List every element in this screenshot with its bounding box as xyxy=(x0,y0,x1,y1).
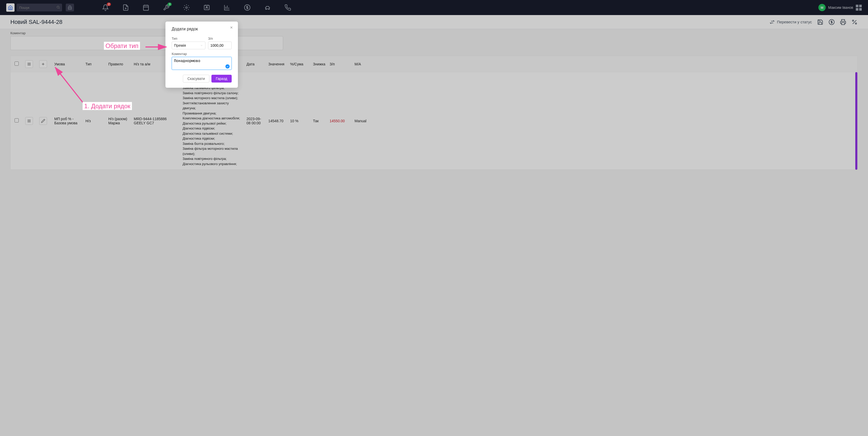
type-select[interactable]: Премія xyxy=(172,41,206,49)
modal-backdrop xyxy=(0,0,868,170)
ok-button[interactable]: Гаразд xyxy=(211,75,232,82)
add-row-modal: Додати рядок Тип Премія З/п Коментар Ска… xyxy=(165,22,238,88)
zp-field-label: З/п xyxy=(208,37,232,40)
type-field-label: Тип xyxy=(172,37,206,40)
comment-input[interactable] xyxy=(172,57,232,70)
chevron-down-icon xyxy=(200,44,203,47)
cancel-button[interactable]: Скасувати xyxy=(183,75,209,82)
modal-close-button[interactable] xyxy=(229,26,233,30)
modal-title: Додати рядок xyxy=(172,27,232,31)
validation-check-icon xyxy=(225,64,229,69)
type-select-value: Премія xyxy=(174,43,186,47)
zp-input[interactable] xyxy=(208,41,232,49)
close-icon xyxy=(229,26,233,29)
comment-field-label: Коментар xyxy=(172,52,232,56)
